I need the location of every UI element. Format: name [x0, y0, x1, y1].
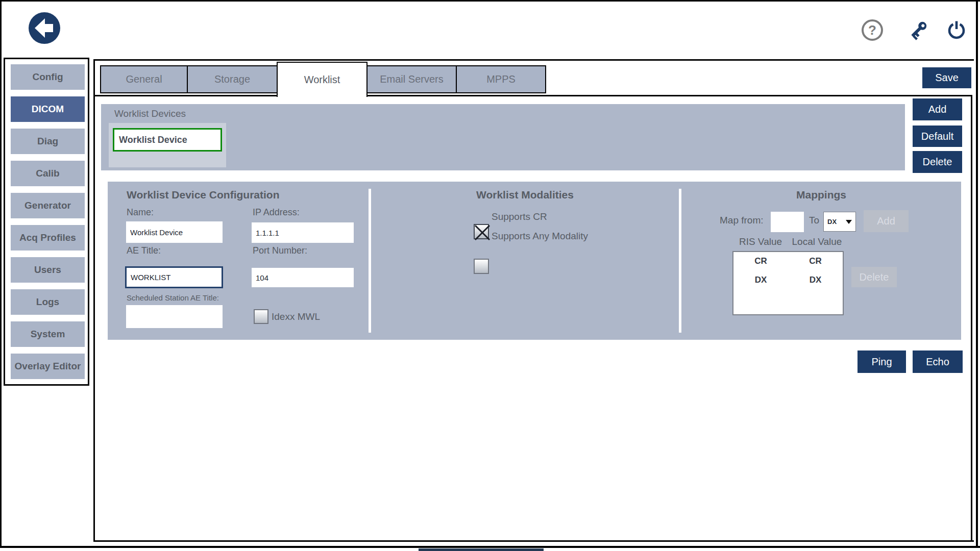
map-from-label: Map from:: [720, 215, 763, 226]
mappings-section-title: Mappings: [681, 189, 961, 201]
worklist-devices-panel: Worklist Devices Worklist Device: [101, 104, 905, 170]
device-item-label: Worklist Device: [119, 135, 187, 145]
modality-dropdown[interactable]: DX: [823, 212, 856, 232]
content-divider-line: [95, 95, 971, 96]
window-border-left: [0, 0, 2, 548]
sidebar: Config DICOM Diag Calib Generator Acq Pr…: [4, 58, 89, 386]
sidebar-item-overlay-editor[interactable]: Overlay Editor: [11, 354, 85, 379]
save-button[interactable]: Save: [922, 67, 971, 88]
checkbox-x-mark: [474, 224, 491, 241]
sidebar-item-generator[interactable]: Generator: [11, 193, 85, 218]
help-button[interactable]: ?: [862, 19, 883, 41]
idexx-mwl-label: Idexx MWL: [272, 311, 320, 322]
sidebar-item-config[interactable]: Config: [11, 64, 85, 90]
ae-title-field[interactable]: [125, 266, 223, 288]
back-arrow-icon: [28, 11, 61, 45]
modalities-title-text: Worklist Modalities: [476, 189, 574, 201]
scheduled-station-ae-title-label: Scheduled Station AE Title:: [127, 293, 219, 302]
taskbar-strip: [419, 548, 544, 551]
main-border-bottom: [93, 540, 974, 542]
sidebar-item-dicom[interactable]: DICOM: [11, 96, 85, 122]
sidebar-item-label: Generator: [24, 200, 71, 211]
port-number-field[interactable]: [252, 268, 354, 287]
main-border-left: [93, 59, 95, 542]
ping-button[interactable]: Ping: [857, 350, 906, 373]
ris-value-header: RIS Value: [732, 236, 789, 247]
map-to-label: To: [809, 215, 819, 226]
sidebar-item-label: Users: [34, 264, 61, 276]
port-number-label: Port Number:: [253, 245, 307, 256]
chevron-down-icon: [846, 220, 852, 224]
power-button[interactable]: [946, 19, 967, 40]
scheduled-station-ae-title-field[interactable]: [126, 305, 223, 328]
sidebar-item-label: DICOM: [32, 104, 64, 115]
sidebar-item-label: Overlay Editor: [15, 361, 81, 372]
tab-label: Worklist: [304, 74, 340, 86]
sidebar-item-label: Acq Profiles: [19, 232, 76, 243]
ip-address-field[interactable]: [252, 222, 354, 243]
tab-general[interactable]: General: [100, 65, 188, 93]
map-from-field[interactable]: [771, 212, 804, 232]
config-section-title: Worklist Device Configuration: [127, 189, 280, 201]
delete-device-button[interactable]: Delete: [913, 151, 962, 173]
device-list-item-selected[interactable]: Worklist Device: [113, 128, 222, 152]
sidebar-item-label: Logs: [36, 296, 59, 308]
tab-label: Email Servers: [380, 73, 443, 85]
sidebar-item-users[interactable]: Users: [11, 257, 85, 283]
sidebar-item-label: Config: [32, 71, 63, 83]
mapping-local-value: DX: [788, 275, 843, 285]
sidebar-item-diag[interactable]: Diag: [11, 129, 85, 154]
tab-label: Storage: [214, 73, 250, 85]
sidebar-item-label: Diag: [37, 136, 58, 147]
window-border-bottom: [0, 546, 980, 548]
tab-storage[interactable]: Storage: [187, 65, 278, 93]
mapping-local-value: CR: [788, 256, 843, 266]
sidebar-item-label: System: [31, 329, 65, 340]
supports-any-modality-label: Supports Any Modality: [492, 231, 588, 242]
tab-worklist[interactable]: Worklist: [277, 62, 368, 97]
mapping-ris-value: CR: [733, 256, 788, 266]
idexx-mwl-checkbox[interactable]: [254, 309, 268, 324]
sidebar-item-acq-profiles[interactable]: Acq Profiles: [11, 225, 85, 251]
main-border-right: [971, 95, 972, 542]
ae-title-label: AE Title:: [127, 245, 161, 256]
default-device-button[interactable]: Default: [913, 126, 962, 147]
sidebar-item-label: Calib: [36, 168, 59, 179]
mappings-title-text: Mappings: [796, 189, 846, 201]
supports-any-modality-checkbox[interactable]: [474, 259, 489, 274]
worklist-devices-title: Worklist Devices: [114, 108, 186, 119]
window-border-top: [0, 0, 980, 2]
key-button[interactable]: [906, 19, 929, 42]
section-divider: [679, 189, 681, 333]
sidebar-item-calib[interactable]: Calib: [11, 161, 85, 186]
sidebar-item-logs[interactable]: Logs: [11, 289, 85, 315]
echo-button[interactable]: Echo: [913, 350, 963, 373]
tab-email-servers[interactable]: Email Servers: [366, 65, 457, 93]
sidebar-item-system[interactable]: System: [11, 321, 85, 347]
supports-cr-label: Supports CR: [492, 211, 547, 222]
mapping-row[interactable]: CR CR: [733, 256, 843, 266]
name-field[interactable]: [126, 221, 223, 243]
mapping-row[interactable]: DX DX: [733, 275, 843, 285]
add-device-button[interactable]: Add: [913, 98, 962, 120]
window-border-right: [976, 0, 978, 548]
name-label: Name:: [127, 207, 154, 218]
key-icon: [906, 19, 929, 42]
section-divider: [369, 189, 371, 333]
question-mark-icon: ?: [868, 23, 876, 37]
modalities-section-title: Worklist Modalities: [371, 189, 679, 201]
tab-label: MPPS: [486, 73, 516, 85]
tab-label: General: [126, 73, 162, 85]
device-config-panel: Worklist Device Configuration Name: IP A…: [108, 182, 961, 340]
power-icon: [946, 19, 967, 40]
ip-address-label: IP Address:: [253, 207, 300, 218]
mapping-delete-button[interactable]: Delete: [851, 267, 897, 287]
modality-dropdown-value: DX: [827, 218, 837, 226]
mapping-add-button[interactable]: Add: [864, 210, 909, 232]
mapping-ris-value: DX: [733, 275, 788, 285]
mappings-list[interactable]: CR CR DX DX: [732, 251, 844, 315]
back-button[interactable]: [28, 11, 61, 45]
local-value-header: Local Value: [788, 236, 846, 247]
supports-cr-checkbox[interactable]: [474, 224, 489, 239]
tab-mpps[interactable]: MPPS: [456, 65, 546, 93]
